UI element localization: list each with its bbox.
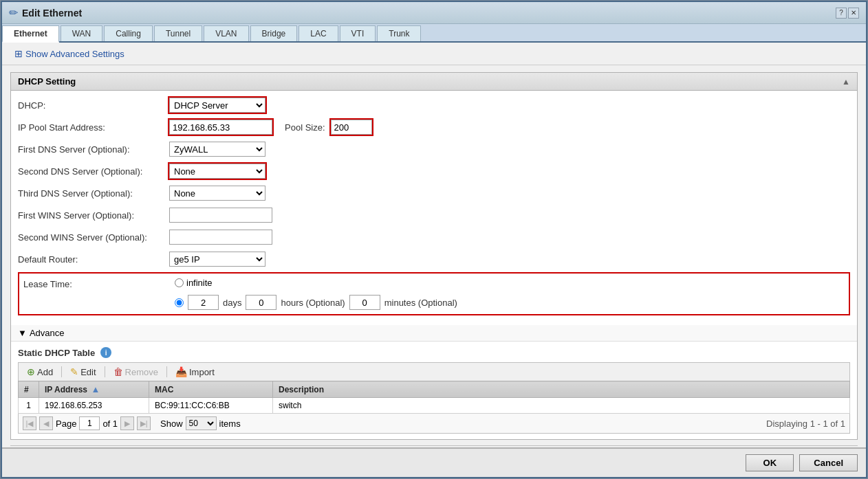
first-page-btn[interactable]: |◀ — [23, 416, 36, 430]
advance-expand-icon: ▼ — [18, 328, 27, 338]
static-dhcp-info-icon[interactable]: i — [100, 347, 111, 358]
dialog-icon: ✏ — [9, 6, 18, 19]
remove-icon: 🗑 — [113, 366, 123, 377]
close-button[interactable]: ✕ — [848, 8, 859, 19]
items-label: items — [219, 419, 241, 429]
tab-vlan[interactable]: VLAN — [204, 25, 248, 41]
title-controls: ? ✕ — [836, 8, 859, 19]
ok-button[interactable]: OK — [746, 454, 794, 471]
minutes-label: minutes (Optional) — [384, 298, 457, 308]
table-toolbar: ⊕ Add ✎ Edit 🗑 Remove 📥 — [18, 362, 850, 381]
third-dns-label: Third DNS Server (Optional): — [18, 188, 169, 199]
import-button[interactable]: 📥 Import — [171, 365, 219, 379]
page-label: Page — [56, 419, 76, 429]
sep1 — [61, 366, 62, 377]
title-bar: ✏ Edit Ethernet ? ✕ — [2, 2, 866, 24]
minutes-input[interactable] — [349, 295, 380, 310]
cancel-button[interactable]: Cancel — [799, 454, 858, 471]
first-dns-select[interactable]: ZyWALL — [169, 142, 265, 157]
tab-tunnel[interactable]: Tunnel — [154, 25, 202, 41]
dhcp-section-title: DHCP Setting — [18, 76, 76, 87]
second-wins-input[interactable] — [169, 230, 272, 245]
tab-wan[interactable]: WAN — [61, 25, 103, 41]
first-dns-label: First DNS Server (Optional): — [18, 144, 169, 155]
first-wins-control — [169, 208, 272, 223]
show-advanced-label: Show Advanced Settings — [25, 49, 124, 59]
add-label: Add — [37, 367, 53, 377]
default-router-select[interactable]: ge5 IP — [169, 252, 265, 267]
last-page-btn[interactable]: ▶| — [137, 416, 151, 430]
second-dns-select[interactable]: None — [169, 164, 265, 179]
days-label: days — [223, 298, 241, 308]
help-button[interactable]: ? — [836, 8, 847, 19]
infinite-radio[interactable] — [175, 278, 184, 287]
hours-label: hours (Optional) — [281, 298, 345, 308]
dhcp-form-body: DHCP: DHCP Server IP Pool Start Address:… — [11, 91, 857, 325]
col-num: # — [19, 381, 39, 398]
add-button[interactable]: ⊕ Add — [23, 365, 57, 379]
second-wins-label: Second WINS Server (Optional): — [18, 232, 169, 243]
page-number-input[interactable] — [79, 416, 100, 430]
prev-page-btn[interactable]: ◀ — [39, 416, 53, 430]
lease-time-row: Lease Time: infinite days hours (Optiona… — [18, 272, 850, 315]
first-wins-label: First WINS Server (Optional): — [18, 210, 169, 221]
pagination-bar: |◀ ◀ Page of 1 ▶ ▶| Show 50 10 25 100 it… — [18, 414, 850, 434]
third-dns-row: Third DNS Server (Optional): None — [18, 184, 850, 202]
remove-button[interactable]: 🗑 Remove — [109, 365, 162, 379]
dhcp-row: DHCP: DHCP Server — [18, 96, 850, 114]
static-dhcp-header: Static DHCP Table i — [18, 347, 850, 358]
show-label: Show — [160, 419, 183, 429]
default-router-label: Default Router: — [18, 254, 169, 265]
show-select[interactable]: 50 10 25 100 — [186, 416, 217, 430]
timed-radio[interactable] — [175, 298, 184, 307]
sep2 — [105, 366, 105, 377]
tab-bridge[interactable]: Bridge — [250, 25, 298, 41]
remove-label: Remove — [125, 367, 158, 377]
third-dns-control: None — [169, 186, 265, 201]
edit-icon: ✎ — [70, 366, 78, 377]
third-dns-select[interactable]: None — [169, 186, 265, 201]
edit-ethernet-dialog: ✏ Edit Ethernet ? ✕ Ethernet WAN Calling… — [1, 1, 867, 478]
import-icon: 📥 — [175, 366, 187, 377]
table-row[interactable]: 1 192.168.65.253 BC:99:11:CC:C6:BB switc… — [19, 398, 850, 414]
tab-bar: Ethernet WAN Calling Tunnel VLAN Bridge … — [2, 24, 866, 43]
infinite-option: infinite — [175, 278, 457, 288]
second-dns-label: Second DNS Server (Optional): — [18, 166, 169, 177]
second-dns-row: Second DNS Server (Optional): None — [18, 162, 850, 180]
tab-vti[interactable]: VTI — [340, 25, 376, 41]
first-wins-input[interactable] — [169, 208, 272, 223]
col-mac: MAC — [149, 381, 273, 398]
advance-toggle[interactable]: ▼ Advance — [11, 325, 857, 342]
sep3 — [166, 366, 167, 377]
default-router-row: Default Router: ge5 IP — [18, 250, 850, 268]
show-advanced-button[interactable]: ⊞ Show Advanced Settings — [10, 47, 129, 60]
pool-size-input[interactable] — [331, 120, 372, 135]
advance-label: Advance — [30, 328, 65, 338]
tab-calling[interactable]: Calling — [104, 25, 153, 41]
main-content: DHCP Setting ▲ DHCP: DHCP Server IP Pool… — [2, 65, 866, 447]
tab-lac[interactable]: LAC — [299, 25, 338, 41]
lease-time-label: Lease Time: — [23, 278, 175, 289]
tab-ethernet[interactable]: Ethernet — [2, 25, 59, 43]
static-dhcp-title: Static DHCP Table — [18, 348, 95, 358]
row-ip: 192.168.65.253 — [39, 398, 149, 414]
ip-pool-input[interactable] — [169, 120, 272, 135]
next-page-btn[interactable]: ▶ — [120, 416, 134, 430]
of-label: of 1 — [102, 419, 118, 429]
days-input[interactable] — [188, 295, 219, 310]
displaying-text: Displaying 1 - 1 of 1 — [766, 419, 845, 429]
dialog-footer: OK Cancel — [2, 447, 866, 477]
tab-trunk[interactable]: Trunk — [377, 25, 421, 41]
hours-input[interactable] — [246, 295, 276, 310]
second-dns-control: None — [169, 164, 265, 179]
dhcp-select[interactable]: DHCP Server — [169, 98, 265, 113]
col-ip[interactable]: IP Address ▲ — [39, 381, 149, 398]
dhcp-control: DHCP Server — [169, 98, 265, 113]
ip-pool-row: IP Pool Start Address: Pool Size: — [18, 118, 850, 136]
collapse-icon[interactable]: ▲ — [842, 77, 850, 87]
dhcp-setting-section: DHCP Setting ▲ DHCP: DHCP Server IP Pool… — [10, 72, 858, 440]
edit-button[interactable]: ✎ Edit — [66, 365, 100, 379]
toolbar: ⊞ Show Advanced Settings — [2, 43, 866, 65]
infinite-label: infinite — [186, 278, 213, 288]
second-wins-control — [169, 230, 272, 245]
